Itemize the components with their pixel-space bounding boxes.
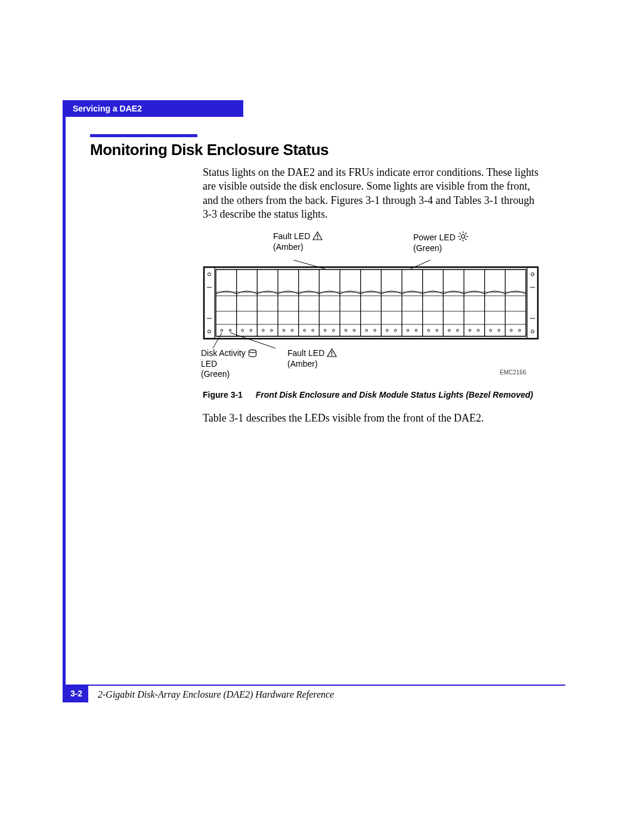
- svg-point-64: [428, 329, 430, 332]
- svg-point-63: [415, 329, 417, 332]
- svg-point-17: [208, 273, 211, 276]
- label-text: Fault LED: [273, 231, 310, 241]
- svg-point-67: [457, 329, 459, 332]
- warning-triangle-icon: [312, 231, 323, 240]
- figure-number: Figure 3-1: [203, 390, 243, 400]
- section-title: Monitoring Disk Enclosure Status: [90, 141, 329, 159]
- label-line2: LED: [201, 359, 217, 368]
- warning-triangle-icon: [327, 348, 337, 357]
- svg-point-49: [271, 329, 273, 332]
- label-sub: (Green): [201, 369, 230, 379]
- svg-point-68: [469, 329, 471, 332]
- svg-point-19: [531, 273, 534, 276]
- svg-point-73: [519, 329, 521, 332]
- chapter-tab: Servicing a DAE2: [64, 100, 243, 117]
- svg-point-57: [353, 329, 355, 332]
- label-fault-led-bottom: Fault LED (Amber): [287, 348, 337, 369]
- svg-point-51: [291, 329, 293, 332]
- drawing-id: EMC2166: [500, 369, 526, 377]
- label-fault-led-top: Fault LED (Amber): [273, 231, 323, 252]
- body-paragraph-2: Table 3-1 describes the LEDs visible fro…: [203, 411, 540, 425]
- svg-line-10: [465, 233, 466, 234]
- svg-point-70: [490, 329, 492, 332]
- svg-point-20: [531, 330, 534, 333]
- svg-point-62: [407, 329, 409, 332]
- figure-caption: Figure 3-1 Front Disk Enclosure and Disk…: [203, 390, 533, 400]
- svg-point-60: [386, 329, 389, 332]
- svg-rect-15: [204, 267, 215, 339]
- disk-cylinder-icon: [248, 349, 257, 357]
- label-sub: (Amber): [287, 359, 318, 368]
- svg-point-56: [345, 329, 347, 332]
- label-power-led-top: Power LED (Green): [413, 231, 468, 253]
- label-text: Fault LED: [287, 348, 324, 358]
- svg-line-9: [465, 239, 466, 240]
- svg-point-18: [208, 330, 211, 333]
- label-text: Disk Activity: [201, 348, 246, 358]
- power-sun-icon: [458, 231, 468, 241]
- svg-point-47: [250, 329, 252, 332]
- title-rule: [90, 134, 197, 137]
- svg-point-53: [312, 329, 314, 332]
- label-sub: (Amber): [273, 242, 304, 252]
- svg-point-2: [317, 238, 318, 239]
- figure-3-1: Fault LED (Amber) Power LED: [203, 224, 540, 394]
- svg-line-75: [230, 333, 275, 348]
- svg-point-50: [283, 329, 285, 332]
- svg-point-58: [366, 329, 368, 332]
- body-paragraph-1: Status lights on the DAE2 and its FRUs i…: [203, 166, 540, 222]
- figure-title: Front Disk Enclosure and Disk Module Sta…: [256, 390, 533, 400]
- svg-point-71: [498, 329, 500, 332]
- label-sub: (Green): [413, 243, 442, 253]
- svg-rect-14: [204, 267, 538, 339]
- svg-point-45: [229, 329, 231, 332]
- side-rule: [63, 100, 66, 702]
- svg-point-79: [332, 355, 333, 356]
- svg-point-46: [242, 329, 244, 332]
- footer-doc-title: 2-Gigabit Disk-Array Enclosure (DAE2) Ha…: [98, 689, 334, 700]
- svg-point-54: [324, 329, 327, 332]
- svg-point-69: [477, 329, 479, 332]
- svg-point-76: [249, 350, 256, 353]
- svg-point-55: [333, 329, 335, 332]
- svg-point-3: [461, 235, 465, 239]
- label-text: Power LED: [413, 233, 456, 242]
- svg-rect-25: [216, 270, 526, 336]
- svg-point-61: [395, 329, 397, 332]
- svg-line-8: [459, 233, 460, 234]
- svg-line-74: [213, 333, 222, 348]
- footer-rule: [88, 685, 565, 686]
- svg-point-48: [262, 329, 265, 332]
- svg-line-11: [459, 239, 460, 240]
- document-page: Servicing a DAE2 Monitoring Disk Enclosu…: [0, 0, 644, 833]
- svg-point-59: [374, 329, 376, 332]
- label-disk-activity-led: Disk Activity LED (Green): [201, 348, 257, 380]
- svg-point-44: [221, 329, 223, 332]
- svg-rect-16: [527, 267, 538, 339]
- svg-point-65: [436, 329, 438, 332]
- page-number: 3-2: [64, 685, 88, 702]
- svg-point-66: [448, 329, 451, 332]
- svg-point-52: [304, 329, 306, 332]
- svg-point-72: [510, 329, 513, 332]
